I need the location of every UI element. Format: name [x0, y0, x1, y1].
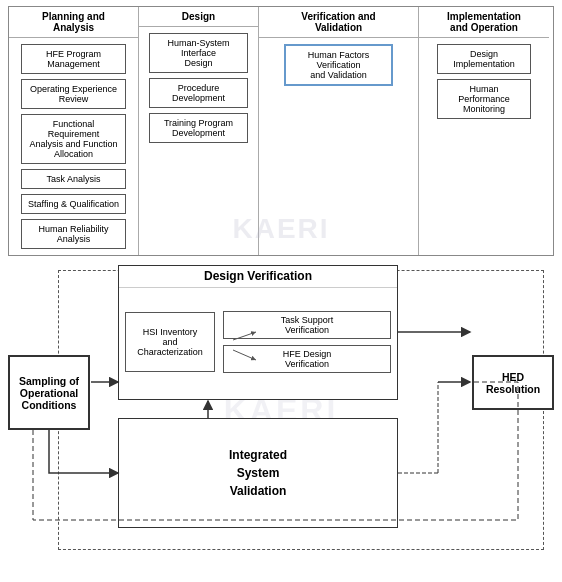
box-procedure-dev: Procedure Development	[149, 78, 249, 108]
box-human-perf: Human PerformanceMonitoring	[437, 79, 531, 119]
col-verification: Verification andValidation Human Factors…	[259, 7, 419, 255]
task-support-box: Task SupportVerification	[223, 311, 391, 339]
design-verification-box: Design Verification HSI InventoryandChar…	[118, 265, 398, 400]
top-process-diagram: Planning andAnalysis HFE ProgramManageme…	[8, 6, 554, 256]
isv-box: IntegratedSystemValidation	[118, 418, 398, 528]
box-functional-req: Functional RequirementAnalysis and Funct…	[21, 114, 127, 164]
col-implementation: Implementationand Operation Design Imple…	[419, 7, 549, 255]
dv-title: Design Verification	[119, 266, 397, 288]
box-hfe-program: HFE ProgramManagement	[21, 44, 127, 74]
col-planning-body: HFE ProgramManagement Operating Experien…	[11, 38, 137, 255]
box-hf-verification: Human Factors Verificationand Validation	[284, 44, 394, 86]
col-design-body: Human-System InterfaceDesign Procedure D…	[139, 27, 258, 255]
box-task-analysis: Task Analysis	[21, 169, 127, 189]
col-design-header: Design	[139, 7, 258, 27]
box-operating-exp: Operating ExperienceReview	[21, 79, 127, 109]
hed-label: HEDResolution	[486, 371, 540, 395]
col-planning: Planning andAnalysis HFE ProgramManageme…	[9, 7, 139, 255]
col-planning-header: Planning andAnalysis	[9, 7, 138, 38]
box-design-impl: Design Implementation	[437, 44, 531, 74]
col-implementation-header: Implementationand Operation	[419, 7, 549, 38]
col-verification-body: Human Factors Verificationand Validation	[273, 38, 403, 255]
hed-resolution-box: HEDResolution	[472, 355, 554, 410]
col-implementation-body: Design Implementation Human PerformanceM…	[428, 38, 540, 255]
col-verification-header: Verification andValidation	[259, 7, 418, 38]
sampling-box: Sampling ofOperationalConditions	[8, 355, 90, 430]
box-staffing: Staffing & Qualification	[21, 194, 127, 214]
box-human-reliability: Human Reliability Analysis	[21, 219, 127, 249]
hfe-design-box: HFE DesignVerification	[223, 345, 391, 373]
right-verification-boxes: Task SupportVerification HFE DesignVerif…	[223, 311, 391, 373]
bottom-process-diagram: KAERI Sampling ofOperationalConditions H…	[8, 260, 554, 560]
isv-title: IntegratedSystemValidation	[229, 446, 287, 500]
col-design: Design Human-System InterfaceDesign Proc…	[139, 7, 259, 255]
box-hsi-design: Human-System InterfaceDesign	[149, 33, 249, 73]
sampling-label: Sampling ofOperationalConditions	[19, 375, 79, 411]
dv-inner: HSI InventoryandCharacterization Task Su…	[119, 288, 397, 395]
hsi-box: HSI InventoryandCharacterization	[125, 312, 215, 372]
box-training-program: Training ProgramDevelopment	[149, 113, 249, 143]
